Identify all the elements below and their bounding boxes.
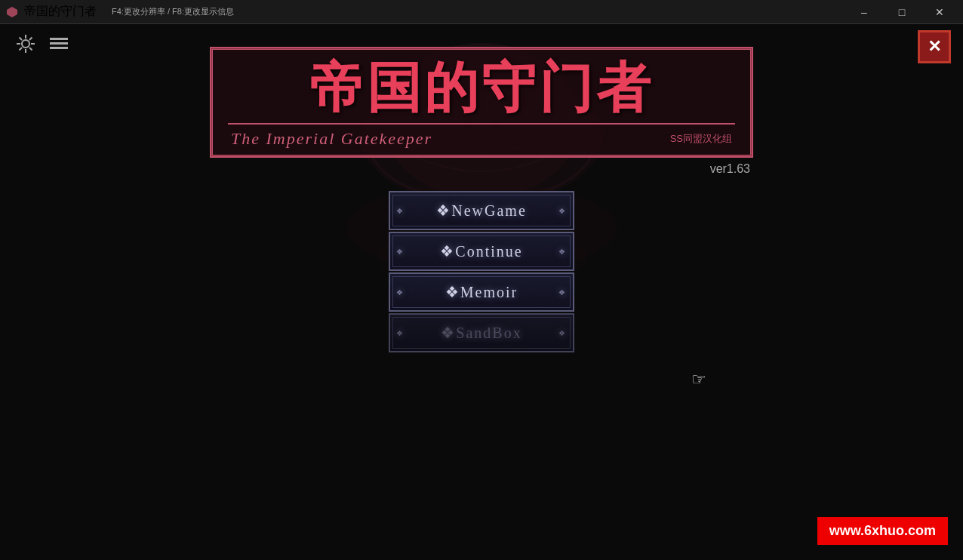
- close-x-icon: ✕: [928, 38, 941, 55]
- continue-label: Continue: [455, 243, 522, 260]
- corner-right-deco-2: ❖: [558, 248, 567, 256]
- svg-rect-12: [50, 47, 68, 49]
- new-game-button[interactable]: ❖ NewGame ❖: [389, 191, 574, 230]
- corner-left-deco: ❖: [436, 202, 451, 220]
- corner-right-deco-3: ❖: [558, 288, 567, 297]
- chinese-title: 帝国的守门者: [228, 59, 735, 118]
- english-title-row: The Imperial Gatekeeper SS同盟汉化组: [228, 129, 735, 149]
- continue-button[interactable]: ❖ Continue ❖: [389, 232, 574, 271]
- logo-box: 帝国的守门者 The Imperial Gatekeeper SS同盟汉化组: [210, 47, 753, 158]
- app-icon: [6, 6, 18, 18]
- logo-divider: [228, 123, 735, 125]
- sandbox-button[interactable]: ❖ SandBox ❖: [389, 313, 574, 352]
- title-bar: 帝国的守门者 F4:更改分辨率 / F8:更改显示信息 – □ ✕: [0, 0, 963, 24]
- translator-tag: SS同盟汉化组: [670, 132, 732, 146]
- corner-left-deco-4: ❖: [441, 324, 456, 342]
- svg-point-1: [22, 40, 29, 48]
- toolbar: [12, 30, 72, 57]
- svg-line-7: [29, 48, 32, 51]
- window-close-button[interactable]: ✕: [922, 0, 957, 24]
- new-game-label: NewGame: [451, 202, 527, 220]
- minimize-button[interactable]: –: [847, 0, 881, 24]
- corner-right-deco-4: ❖: [558, 329, 567, 337]
- cursor-indicator: ☞: [691, 370, 706, 389]
- title-left: 帝国的守门者 F4:更改分辨率 / F8:更改显示信息: [6, 4, 234, 20]
- watermark-text: www.6xhuo.com: [829, 523, 936, 538]
- svg-line-9: [20, 48, 23, 51]
- svg-line-8: [29, 38, 32, 41]
- menu-list-icon[interactable]: [45, 30, 72, 57]
- corner-left-deco-3: ❖: [445, 283, 460, 301]
- svg-rect-11: [50, 42, 68, 45]
- main-content: 帝国的守门者 The Imperial Gatekeeper SS同盟汉化组 v…: [0, 24, 963, 560]
- memoir-label: Memoir: [460, 284, 518, 301]
- memoir-button[interactable]: ❖ Memoir ❖: [389, 272, 574, 312]
- corner-right-deco: ❖: [558, 207, 567, 215]
- app-title: 帝国的守门者: [24, 4, 97, 20]
- version-text: ver1.63: [210, 162, 753, 176]
- maximize-button[interactable]: □: [885, 0, 919, 24]
- svg-line-6: [20, 38, 23, 41]
- settings-icon[interactable]: [12, 30, 39, 57]
- close-x-button[interactable]: ✕: [918, 30, 951, 63]
- svg-rect-10: [50, 38, 68, 40]
- corner-left-deco-2: ❖: [440, 242, 455, 260]
- window-controls: – □ ✕: [847, 0, 957, 24]
- watermark: www.6xhuo.com: [817, 517, 948, 545]
- title-hint: F4:更改分辨率 / F8:更改显示信息: [112, 6, 234, 17]
- sandbox-label: SandBox: [456, 325, 521, 342]
- svg-marker-0: [7, 7, 17, 17]
- english-title: The Imperial Gatekeeper: [231, 129, 432, 149]
- logo-container: 帝国的守门者 The Imperial Gatekeeper SS同盟汉化组 v…: [210, 47, 753, 176]
- menu-buttons: ❖ NewGame ❖ ❖ Continue ❖ ❖ Memoir ❖ ❖ Sa…: [389, 191, 574, 352]
